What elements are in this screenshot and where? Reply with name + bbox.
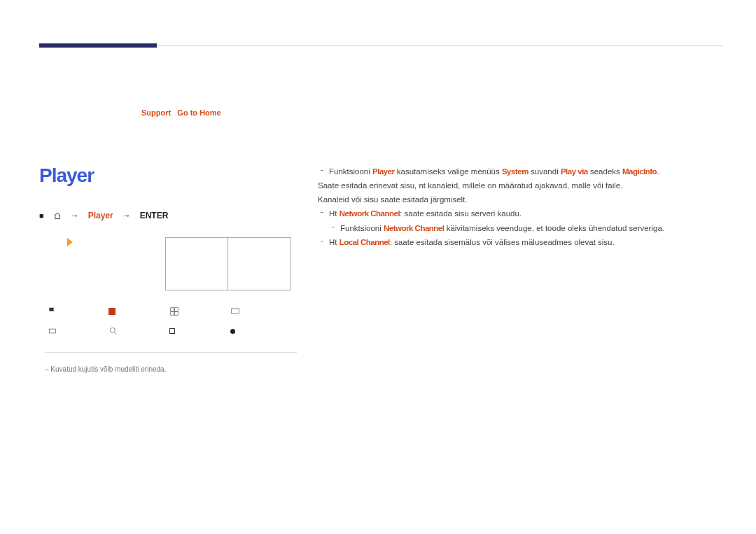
grid-icon-search [108,324,169,338]
svg-rect-8 [170,329,175,334]
svg-rect-1 [175,308,178,311]
network-channel-line: Ht Network Channel: saate esitada sisu s… [318,206,710,220]
left-column: Player HOME ■ → Player → ENTER [39,164,298,307]
support-action: Go to Home [177,108,220,117]
chapter-rule [39,45,722,48]
breadcrumb: HOME ■ → Player → ENTER [39,211,298,220]
grid-icon-flag [48,304,108,318]
arrow-icon: → [122,211,131,220]
support-line: Support Go to Home [141,108,221,117]
thumbnail-row [165,237,298,290]
svg-rect-2 [171,312,174,316]
desc-line-3: Kanaleid või sisu saate esitada järgmise… [318,192,710,206]
home-icon [53,212,62,220]
svg-line-7 [115,332,117,335]
svg-rect-0 [171,308,174,311]
desc-line-1: Funktsiooni Player kasutamiseks valige m… [318,164,710,178]
player-label: Player [88,211,113,220]
svg-rect-4 [232,309,239,314]
icon-grid [48,304,307,344]
grid-icon-small-box [169,324,230,338]
grid-icon-stop [108,304,169,318]
grid-icon-rect [48,324,108,338]
grid-icon-grid [169,304,230,318]
home-glyph: ■ [39,211,44,220]
local-channel-line: Ht Local Channel: saate esitada sisemälu… [318,235,710,249]
desc-line-2: Saate esitada erinevat sisu, nt kanaleid… [318,178,710,192]
footnote: – Kuvatud kujutis võib mudeliti erineda. [45,352,297,373]
enter-label: ENTER [140,211,169,220]
grid-icon-screen [230,304,291,318]
arrow-icon: → [71,211,79,220]
network-channel-sub: Funktsiooni Network Channel käivitamisek… [318,221,710,235]
thumbnail [165,237,228,290]
svg-rect-5 [49,329,55,333]
thumbnail [228,237,291,290]
play-icon [67,238,73,246]
svg-point-6 [110,328,115,332]
description-column: Funktsiooni Player kasutamiseks valige m… [318,164,710,249]
grid-icon-dot [230,324,291,338]
support-label: Support [141,108,171,117]
page-title: Player [39,164,298,187]
svg-rect-3 [175,312,178,316]
